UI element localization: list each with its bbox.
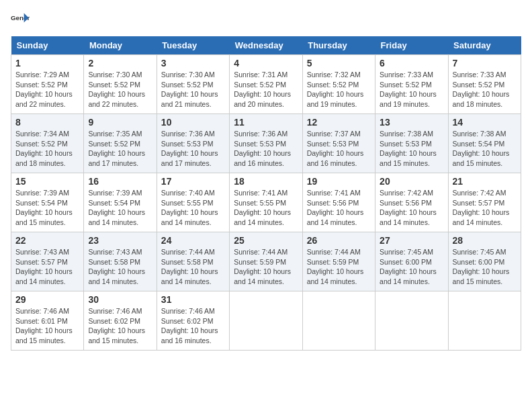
calendar-cell-14: 14Sunrise: 7:38 AMSunset: 5:54 PMDayligh…: [448, 114, 521, 173]
day-number-3: 3: [161, 58, 225, 68]
calendar-cell-4: 4Sunrise: 7:31 AMSunset: 5:52 PMDaylight…: [230, 55, 302, 114]
day-number-26: 26: [307, 235, 371, 246]
day-detail-11: Sunrise: 7:36 AMSunset: 5:53 PMDaylight:…: [234, 129, 298, 169]
calendar-cell-6: 6Sunrise: 7:33 AMSunset: 5:52 PMDaylight…: [375, 55, 448, 114]
day-detail-2: Sunrise: 7:30 AMSunset: 5:52 PMDaylight:…: [88, 70, 152, 109]
day-detail-14: Sunrise: 7:38 AMSunset: 5:54 PMDaylight:…: [453, 129, 517, 169]
day-detail-7: Sunrise: 7:33 AMSunset: 5:52 PMDaylight:…: [453, 70, 517, 109]
day-detail-1: Sunrise: 7:29 AMSunset: 5:52 PMDaylight:…: [15, 70, 79, 109]
day-number-8: 8: [15, 117, 79, 128]
header-sunday: Sunday: [11, 36, 84, 55]
day-number-20: 20: [380, 176, 443, 187]
day-detail-8: Sunrise: 7:34 AMSunset: 5:52 PMDaylight:…: [15, 129, 79, 169]
day-detail-29: Sunrise: 7:46 AMSunset: 6:01 PMDaylight:…: [15, 306, 79, 346]
calendar-cell-21: 21Sunrise: 7:42 AMSunset: 5:57 PMDayligh…: [448, 173, 521, 232]
header-tuesday: Tuesday: [157, 36, 229, 55]
day-number-19: 19: [307, 176, 371, 187]
calendar-cell-13: 13Sunrise: 7:38 AMSunset: 5:53 PMDayligh…: [375, 114, 448, 173]
calendar-cell-empty-4-5: [375, 291, 448, 351]
calendar-cell-12: 12Sunrise: 7:37 AMSunset: 5:53 PMDayligh…: [302, 114, 375, 173]
page-header: General: [11, 11, 521, 30]
day-detail-27: Sunrise: 7:45 AMSunset: 6:00 PMDaylight:…: [380, 247, 443, 287]
day-detail-31: Sunrise: 7:46 AMSunset: 6:02 PMDaylight:…: [161, 306, 225, 346]
day-detail-28: Sunrise: 7:45 AMSunset: 6:00 PMDaylight:…: [453, 247, 517, 287]
header-monday: Monday: [84, 36, 157, 55]
calendar-week-4: 29Sunrise: 7:46 AMSunset: 6:01 PMDayligh…: [11, 291, 521, 351]
day-number-18: 18: [234, 176, 298, 187]
calendar-cell-27: 27Sunrise: 7:45 AMSunset: 6:00 PMDayligh…: [375, 232, 448, 291]
day-detail-6: Sunrise: 7:33 AMSunset: 5:52 PMDaylight:…: [380, 70, 443, 109]
day-detail-18: Sunrise: 7:41 AMSunset: 5:55 PMDaylight:…: [234, 188, 298, 228]
calendar-cell-31: 31Sunrise: 7:46 AMSunset: 6:02 PMDayligh…: [157, 291, 229, 351]
calendar-cell-7: 7Sunrise: 7:33 AMSunset: 5:52 PMDaylight…: [448, 55, 521, 114]
logo-icon: General: [11, 11, 30, 30]
day-number-6: 6: [380, 58, 443, 68]
calendar-cell-3: 3Sunrise: 7:30 AMSunset: 5:52 PMDaylight…: [157, 55, 229, 114]
calendar-cell-1: 1Sunrise: 7:29 AMSunset: 5:52 PMDaylight…: [11, 55, 84, 114]
calendar-cell-11: 11Sunrise: 7:36 AMSunset: 5:53 PMDayligh…: [230, 114, 302, 173]
day-detail-13: Sunrise: 7:38 AMSunset: 5:53 PMDaylight:…: [380, 129, 443, 169]
day-number-16: 16: [88, 176, 152, 187]
day-detail-23: Sunrise: 7:43 AMSunset: 5:58 PMDaylight:…: [88, 247, 152, 287]
day-detail-24: Sunrise: 7:44 AMSunset: 5:58 PMDaylight:…: [161, 247, 225, 287]
day-number-21: 21: [453, 176, 517, 187]
calendar-week-3: 22Sunrise: 7:43 AMSunset: 5:57 PMDayligh…: [11, 232, 521, 291]
day-number-14: 14: [453, 117, 517, 128]
calendar-cell-5: 5Sunrise: 7:32 AMSunset: 5:52 PMDaylight…: [302, 55, 375, 114]
calendar-cell-17: 17Sunrise: 7:40 AMSunset: 5:55 PMDayligh…: [157, 173, 229, 232]
day-detail-15: Sunrise: 7:39 AMSunset: 5:54 PMDaylight:…: [15, 188, 79, 228]
day-detail-3: Sunrise: 7:30 AMSunset: 5:52 PMDaylight:…: [161, 70, 225, 109]
day-detail-9: Sunrise: 7:35 AMSunset: 5:52 PMDaylight:…: [88, 129, 152, 169]
calendar-week-2: 15Sunrise: 7:39 AMSunset: 5:54 PMDayligh…: [11, 173, 521, 232]
header-thursday: Thursday: [302, 36, 375, 55]
calendar-week-1: 8Sunrise: 7:34 AMSunset: 5:52 PMDaylight…: [11, 114, 521, 173]
day-number-28: 28: [453, 235, 517, 246]
day-number-4: 4: [234, 58, 298, 68]
calendar-cell-28: 28Sunrise: 7:45 AMSunset: 6:00 PMDayligh…: [448, 232, 521, 291]
calendar-cell-empty-4-3: [230, 291, 302, 351]
day-detail-26: Sunrise: 7:44 AMSunset: 5:59 PMDaylight:…: [307, 247, 371, 287]
day-detail-10: Sunrise: 7:36 AMSunset: 5:53 PMDaylight:…: [161, 129, 225, 169]
day-number-24: 24: [161, 235, 225, 246]
calendar-cell-8: 8Sunrise: 7:34 AMSunset: 5:52 PMDaylight…: [11, 114, 84, 173]
day-detail-17: Sunrise: 7:40 AMSunset: 5:55 PMDaylight:…: [161, 188, 225, 228]
day-number-15: 15: [15, 176, 79, 187]
calendar-cell-empty-4-6: [448, 291, 521, 351]
calendar-cell-29: 29Sunrise: 7:46 AMSunset: 6:01 PMDayligh…: [11, 291, 84, 351]
day-number-1: 1: [15, 58, 79, 68]
calendar-cell-2: 2Sunrise: 7:30 AMSunset: 5:52 PMDaylight…: [84, 55, 157, 114]
calendar-cell-30: 30Sunrise: 7:46 AMSunset: 6:02 PMDayligh…: [84, 291, 157, 351]
day-number-13: 13: [380, 117, 443, 128]
calendar-cell-24: 24Sunrise: 7:44 AMSunset: 5:58 PMDayligh…: [157, 232, 229, 291]
day-detail-19: Sunrise: 7:41 AMSunset: 5:56 PMDaylight:…: [307, 188, 371, 228]
header-wednesday: Wednesday: [230, 36, 302, 55]
calendar-week-0: 1Sunrise: 7:29 AMSunset: 5:52 PMDaylight…: [11, 55, 521, 114]
calendar-cell-23: 23Sunrise: 7:43 AMSunset: 5:58 PMDayligh…: [84, 232, 157, 291]
day-number-12: 12: [307, 117, 371, 128]
day-number-11: 11: [234, 117, 298, 128]
header-saturday: Saturday: [448, 36, 521, 55]
day-detail-4: Sunrise: 7:31 AMSunset: 5:52 PMDaylight:…: [234, 70, 298, 109]
day-number-2: 2: [88, 58, 152, 68]
day-detail-12: Sunrise: 7:37 AMSunset: 5:53 PMDaylight:…: [307, 129, 371, 169]
calendar-cell-9: 9Sunrise: 7:35 AMSunset: 5:52 PMDaylight…: [84, 114, 157, 173]
calendar-table: SundayMondayTuesdayWednesdayThursdayFrid…: [11, 36, 521, 351]
calendar-cell-19: 19Sunrise: 7:41 AMSunset: 5:56 PMDayligh…: [302, 173, 375, 232]
day-number-7: 7: [453, 58, 517, 68]
day-detail-20: Sunrise: 7:42 AMSunset: 5:56 PMDaylight:…: [380, 188, 443, 228]
header-friday: Friday: [375, 36, 448, 55]
header-row: SundayMondayTuesdayWednesdayThursdayFrid…: [11, 36, 521, 55]
calendar-cell-16: 16Sunrise: 7:39 AMSunset: 5:54 PMDayligh…: [84, 173, 157, 232]
day-number-25: 25: [234, 235, 298, 246]
calendar-cell-empty-4-4: [302, 291, 375, 351]
calendar-cell-22: 22Sunrise: 7:43 AMSunset: 5:57 PMDayligh…: [11, 232, 84, 291]
day-number-17: 17: [161, 176, 225, 187]
calendar-cell-15: 15Sunrise: 7:39 AMSunset: 5:54 PMDayligh…: [11, 173, 84, 232]
day-number-5: 5: [307, 58, 371, 68]
day-number-29: 29: [15, 294, 79, 305]
day-number-30: 30: [88, 294, 152, 305]
day-detail-5: Sunrise: 7:32 AMSunset: 5:52 PMDaylight:…: [307, 70, 371, 109]
logo: General: [11, 11, 32, 30]
calendar-cell-18: 18Sunrise: 7:41 AMSunset: 5:55 PMDayligh…: [230, 173, 302, 232]
day-number-31: 31: [161, 294, 225, 305]
